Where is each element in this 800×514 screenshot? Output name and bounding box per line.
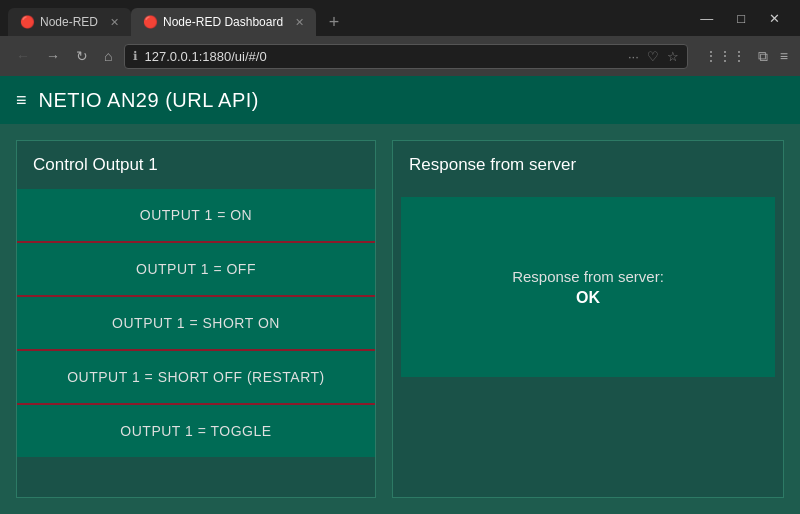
response-label: Response from server: [512,268,664,285]
address-action-icons: ··· ♡ ☆ [628,49,679,64]
dashboard-header: ≡ NETIO AN29 (URL API) [0,76,800,124]
address-bar: ← → ↻ ⌂ ℹ 127.0.0.1:1880/ui/#/0 ··· ♡ ☆ … [0,36,800,76]
response-panel: Response from server Response from serve… [392,140,784,498]
response-value: OK [576,289,600,307]
output-off-button[interactable]: OUTPUT 1 = OFF [17,243,375,297]
response-content: Response from server: OK [401,197,775,377]
tab-bar: 🔴 Node-RED ✕ 🔴 Node-RED Dashboard ✕ + — … [0,0,800,36]
output-on-button[interactable]: OUTPUT 1 = ON [17,189,375,243]
toolbar-icons: ⋮⋮⋮ ⧉ ≡ [696,48,788,65]
content-area: Control Output 1 OUTPUT 1 = ON OUTPUT 1 … [0,124,800,514]
dashboard-tab-label: Node-RED Dashboard [163,15,283,29]
maximize-button[interactable]: □ [733,7,749,30]
response-panel-title: Response from server [393,141,783,189]
output-toggle-button[interactable]: OUTPUT 1 = TOGGLE [17,405,375,457]
security-icon: ℹ [133,49,138,63]
dashboard: ≡ NETIO AN29 (URL API) Control Output 1 … [0,76,800,514]
nodred-tab-close[interactable]: ✕ [110,16,119,29]
close-button[interactable]: ✕ [765,7,784,30]
output-short-off-button[interactable]: OUTPUT 1 = SHORT OFF (RESTART) [17,351,375,405]
star-icon[interactable]: ☆ [667,49,679,64]
tab-dashboard[interactable]: 🔴 Node-RED Dashboard ✕ [131,8,316,36]
page-title: NETIO AN29 (URL API) [39,89,259,112]
output-short-on-button[interactable]: OUTPUT 1 = SHORT ON [17,297,375,351]
more-icon[interactable]: ··· [628,49,639,64]
split-view-icon[interactable]: ⧉ [758,48,768,65]
dashboard-tab-icon: 🔴 [143,15,157,29]
minimize-button[interactable]: — [696,7,717,30]
hamburger-menu-icon[interactable]: ≡ [16,90,27,111]
browser-menu-icon[interactable]: ≡ [780,48,788,65]
address-text: 127.0.0.1:1880/ui/#/0 [144,49,622,64]
back-button[interactable]: ← [12,46,34,66]
browser-window: 🔴 Node-RED ✕ 🔴 Node-RED Dashboard ✕ + — … [0,0,800,514]
nodred-tab-label: Node-RED [40,15,98,29]
nodred-tab-icon: 🔴 [20,15,34,29]
address-field[interactable]: ℹ 127.0.0.1:1880/ui/#/0 ··· ♡ ☆ [124,44,687,69]
button-list: OUTPUT 1 = ON OUTPUT 1 = OFF OUTPUT 1 = … [17,189,375,457]
control-output-panel: Control Output 1 OUTPUT 1 = ON OUTPUT 1 … [16,140,376,498]
forward-button[interactable]: → [42,46,64,66]
home-button[interactable]: ⌂ [100,46,116,66]
tab-nodred[interactable]: 🔴 Node-RED ✕ [8,8,131,36]
bookmark-icon[interactable]: ♡ [647,49,659,64]
control-panel-title: Control Output 1 [17,141,375,189]
new-tab-button[interactable]: + [320,8,348,36]
refresh-button[interactable]: ↻ [72,46,92,66]
window-controls: — □ ✕ [696,0,800,36]
dashboard-tab-close[interactable]: ✕ [295,16,304,29]
extensions-icon[interactable]: ⋮⋮⋮ [704,48,746,65]
